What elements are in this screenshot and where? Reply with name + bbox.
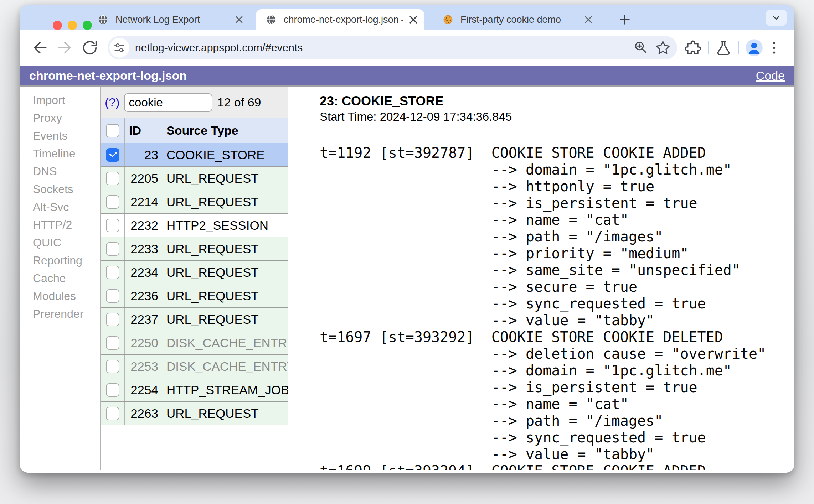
- tab-close-icon[interactable]: [408, 14, 419, 25]
- row-id: 2253: [125, 355, 162, 378]
- table-row[interactable]: 2233 URL_REQUEST: [101, 237, 288, 261]
- new-tab-button[interactable]: [616, 11, 634, 28]
- row-source-type: URL_REQUEST: [162, 195, 288, 209]
- row-checkbox[interactable]: [106, 289, 119, 303]
- table-row[interactable]: 2205 URL_REQUEST: [101, 167, 288, 190]
- cookie-icon: [442, 14, 454, 26]
- sidebar-item-timeline[interactable]: Timeline: [20, 145, 100, 162]
- row-checkbox[interactable]: [106, 313, 119, 326]
- table-row[interactable]: 2254 HTTP_STREAM_JOB: [101, 378, 288, 402]
- row-source-type: URL_REQUEST: [162, 289, 288, 303]
- sidebar-item-import[interactable]: Import: [20, 91, 100, 109]
- row-checkbox[interactable]: [106, 336, 119, 350]
- event-details-panel: 23: COOKIE_STORE Start Time: 2024-12-09 …: [288, 87, 794, 470]
- tab-first-party-cookie-demo[interactable]: First-party cookie demo: [436, 9, 597, 30]
- event-start-time: Start Time: 2024-12-09 17:34:36.845: [320, 109, 794, 125]
- url-text[interactable]: netlog-viewer.appspot.com/#events: [135, 42, 628, 54]
- globe-icon: [97, 14, 109, 26]
- netlog-body: Import Proxy Events Timeline DNS Sockets…: [20, 87, 794, 470]
- row-source-type: HTTP_STREAM_JOB: [162, 383, 288, 397]
- row-checkbox[interactable]: [106, 407, 119, 420]
- tab-close-icon[interactable]: [234, 14, 244, 25]
- sidebar-item-prerender[interactable]: Prerender: [20, 305, 100, 323]
- log-line: --> secure = true: [320, 279, 794, 295]
- sidebar-item-http2[interactable]: HTTP/2: [20, 216, 100, 234]
- table-row[interactable]: 2236 URL_REQUEST: [101, 284, 288, 308]
- table-row[interactable]: 2234 URL_REQUEST: [101, 261, 288, 284]
- row-source-type: DISK_CACHE_ENTRY: [162, 359, 288, 374]
- browser-toolbar: netlog-viewer.appspot.com/#events: [20, 30, 794, 66]
- filter-help-link[interactable]: (?): [105, 95, 120, 109]
- log-line: --> deletion_cause = "overwrite": [320, 345, 794, 362]
- window-minimize-button[interactable]: [68, 21, 77, 30]
- toolbar-separator: [738, 41, 739, 54]
- row-checkbox[interactable]: [106, 148, 119, 162]
- row-checkbox[interactable]: [106, 219, 119, 232]
- log-line: --> httponly = true: [320, 178, 794, 195]
- tab-network-log-export[interactable]: Network Log Export: [91, 9, 248, 30]
- sidebar-item-quic[interactable]: QUIC: [20, 234, 100, 251]
- netlog-header: chrome-net-export-log.json Code: [20, 66, 794, 87]
- table-row[interactable]: 2232 HTTP2_SESSION: [101, 214, 288, 237]
- zoom-icon[interactable]: [632, 38, 650, 57]
- menu-three-dots-icon[interactable]: [764, 38, 784, 58]
- row-checkbox[interactable]: [106, 360, 119, 373]
- site-info-icon[interactable]: [109, 38, 129, 58]
- column-header-id[interactable]: ID: [125, 118, 162, 143]
- select-all-checkbox[interactable]: [106, 124, 119, 137]
- filter-input[interactable]: [124, 93, 212, 112]
- table-row[interactable]: 2237 URL_REQUEST: [101, 308, 288, 331]
- tab-strip: Network Log Export chrome-net-export-log…: [20, 5, 794, 30]
- reload-icon[interactable]: [80, 38, 100, 58]
- code-link[interactable]: Code: [756, 69, 785, 83]
- window-close-button[interactable]: [53, 21, 62, 30]
- row-checkbox[interactable]: [106, 383, 119, 397]
- forward-icon[interactable]: [55, 38, 75, 58]
- log-line: --> sync_requested = true: [320, 295, 794, 312]
- table-row[interactable]: 2214 URL_REQUEST: [101, 190, 288, 214]
- tab-label: Network Log Export: [115, 14, 229, 25]
- row-checkbox[interactable]: [106, 195, 119, 209]
- sidebar-item-events[interactable]: Events: [20, 127, 100, 145]
- url-bar[interactable]: netlog-viewer.appspot.com/#events: [108, 36, 677, 59]
- row-id: 2214: [125, 190, 162, 213]
- table-row[interactable]: 2253 DISK_CACHE_ENTRY: [101, 355, 288, 378]
- extensions-icon[interactable]: [683, 38, 703, 58]
- table-header-row: ID Source Type: [101, 118, 288, 143]
- row-checkbox[interactable]: [106, 172, 119, 185]
- filter-bar: (?) 12 of 69: [101, 87, 288, 118]
- profile-avatar[interactable]: [744, 38, 764, 58]
- row-id: 2254: [125, 378, 162, 401]
- sidebar-item-dns[interactable]: DNS: [20, 162, 100, 180]
- sidebar-item-alt-svc[interactable]: Alt-Svc: [20, 198, 100, 216]
- sidebar-item-proxy[interactable]: Proxy: [20, 109, 100, 127]
- table-row[interactable]: 2263 URL_REQUEST: [101, 402, 288, 425]
- events-list-panel: (?) 12 of 69 ID Source Type 23 COOKIE_ST…: [101, 87, 288, 470]
- row-id: 2234: [125, 261, 162, 284]
- labs-flask-icon[interactable]: [713, 38, 733, 58]
- sidebar-item-modules[interactable]: Modules: [20, 287, 100, 305]
- back-icon[interactable]: [30, 38, 50, 58]
- log-line: --> path = "/images": [320, 412, 794, 429]
- sidebar-item-sockets[interactable]: Sockets: [20, 180, 100, 198]
- tab-overflow-button[interactable]: [766, 10, 787, 26]
- event-title: 23: COOKIE_STORE: [320, 93, 794, 109]
- window-maximize-button[interactable]: [83, 21, 92, 30]
- row-id: 23: [125, 143, 162, 166]
- filter-result-count: 12 of 69: [217, 95, 261, 109]
- row-checkbox[interactable]: [106, 266, 119, 279]
- sidebar-item-reporting[interactable]: Reporting: [20, 251, 100, 269]
- row-source-type: URL_REQUEST: [162, 312, 288, 327]
- row-checkbox[interactable]: [106, 242, 119, 256]
- column-header-source-type[interactable]: Source Type: [162, 124, 288, 137]
- table-row[interactable]: 23 COOKIE_STORE: [101, 143, 288, 167]
- table-row[interactable]: 2250 DISK_CACHE_ENTRY: [101, 331, 288, 355]
- globe-icon: [265, 14, 277, 26]
- toolbar-separator: [708, 41, 709, 54]
- tab-chrome-net-export-log[interactable]: chrome-net-export-log.json –: [256, 9, 424, 30]
- log-line: --> value = "tabby": [320, 312, 794, 329]
- bookmark-star-icon[interactable]: [654, 38, 672, 57]
- sidebar-item-cache[interactable]: Cache: [20, 269, 100, 287]
- row-id: 2232: [125, 214, 162, 237]
- tab-close-icon[interactable]: [583, 14, 594, 25]
